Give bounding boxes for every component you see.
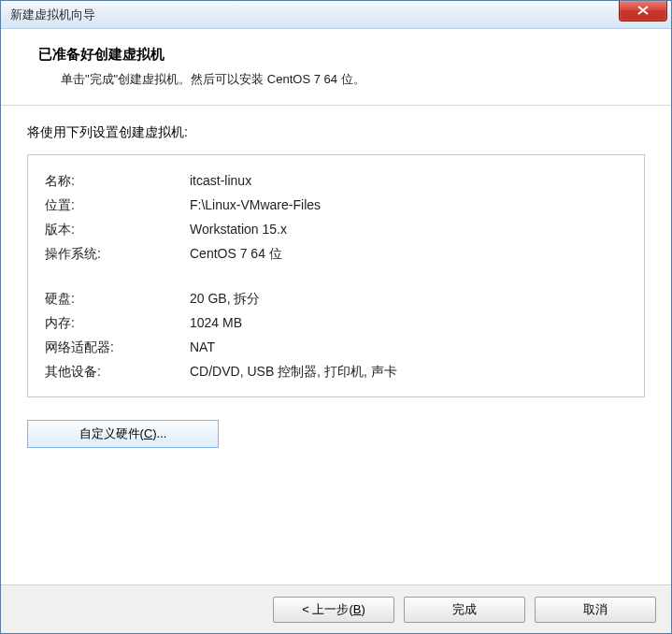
back-prefix: < 上一步( (302, 602, 353, 616)
disk-value: 20 GB, 拆分 (190, 286, 627, 310)
customize-suffix: )... (152, 426, 166, 440)
footer: < 上一步(B) 完成 取消 (1, 584, 671, 633)
customize-key: C (144, 426, 152, 440)
cancel-button[interactable]: 取消 (535, 597, 656, 623)
memory-label: 内存: (45, 310, 190, 335)
location-label: 位置: (45, 193, 190, 217)
header-block: 已准备好创建虚拟机 单击"完成"创建虚拟机。然后可以安装 CentOS 7 64… (1, 29, 671, 106)
titlebar: 新建虚拟机向导 (1, 1, 671, 29)
summary-row-os: 操作系统: CentOS 7 64 位 (45, 241, 627, 266)
cancel-label: 取消 (583, 602, 608, 616)
wizard-window: 新建虚拟机向导 已准备好创建虚拟机 单击"完成"创建虚拟机。然后可以安装 Cen… (0, 0, 672, 634)
location-value: F:\Linux-VMware-Files (190, 193, 627, 217)
summary-row-memory: 内存: 1024 MB (45, 310, 627, 335)
summary-row-name: 名称: itcast-linux (45, 168, 627, 193)
window-title: 新建虚拟机向导 (10, 7, 95, 23)
back-button[interactable]: < 上一步(B) (273, 597, 394, 623)
version-label: 版本: (45, 217, 190, 241)
other-value: CD/DVD, USB 控制器, 打印机, 声卡 (190, 359, 627, 383)
summary-box: 名称: itcast-linux 位置: F:\Linux-VMware-Fil… (27, 154, 645, 397)
header-title: 已准备好创建虚拟机 (38, 46, 643, 64)
disk-label: 硬盘: (45, 286, 190, 310)
finish-label: 完成 (452, 602, 477, 616)
os-value: CentOS 7 64 位 (190, 241, 627, 266)
name-value: itcast-linux (190, 168, 627, 193)
name-label: 名称: (45, 168, 190, 193)
close-icon (637, 6, 649, 15)
summary-row-disk: 硬盘: 20 GB, 拆分 (45, 286, 627, 310)
other-label: 其他设备: (45, 359, 190, 383)
version-value: Workstation 15.x (190, 217, 627, 241)
memory-value: 1024 MB (190, 310, 627, 335)
close-button[interactable] (619, 1, 667, 22)
summary-row-location: 位置: F:\Linux-VMware-Files (45, 193, 627, 217)
network-value: NAT (190, 335, 627, 359)
summary-gap (45, 266, 627, 286)
finish-button[interactable]: 完成 (404, 597, 525, 623)
summary-row-version: 版本: Workstation 15.x (45, 217, 627, 241)
customize-prefix: 自定义硬件( (79, 426, 144, 440)
summary-row-network: 网络适配器: NAT (45, 335, 627, 359)
main-panel: 将使用下列设置创建虚拟机: 名称: itcast-linux 位置: F:\Li… (1, 106, 671, 457)
settings-intro: 将使用下列设置创建虚拟机: (27, 124, 645, 141)
customize-hardware-button[interactable]: 自定义硬件(C)... (27, 420, 219, 448)
back-suffix: ) (361, 602, 365, 616)
os-label: 操作系统: (45, 241, 190, 266)
header-subtitle: 单击"完成"创建虚拟机。然后可以安装 CentOS 7 64 位。 (38, 71, 643, 88)
network-label: 网络适配器: (45, 335, 190, 359)
summary-row-other: 其他设备: CD/DVD, USB 控制器, 打印机, 声卡 (45, 359, 627, 383)
